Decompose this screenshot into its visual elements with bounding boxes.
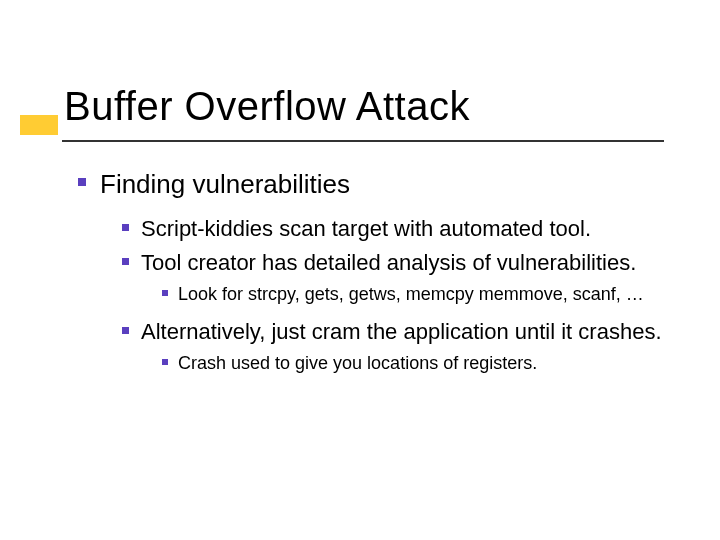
list-item-text: Tool creator has detailed analysis of vu… [141, 249, 636, 277]
square-bullet-icon [162, 290, 168, 296]
list-item-text: Script-kiddies scan target with automate… [141, 215, 591, 243]
slide-title: Buffer Overflow Attack [64, 84, 470, 129]
list-item: Tool creator has detailed analysis of vu… [122, 249, 678, 277]
list-item-text: Crash used to give you locations of regi… [178, 352, 537, 375]
accent-bar [20, 115, 58, 135]
list-item: Crash used to give you locations of regi… [162, 352, 678, 375]
square-bullet-icon [78, 178, 86, 186]
list-item-text: Finding vulnerabilities [100, 168, 350, 201]
square-bullet-icon [122, 258, 129, 265]
slide-body: Finding vulnerabilities Script-kiddies s… [78, 168, 678, 380]
list-item: Finding vulnerabilities [78, 168, 678, 201]
square-bullet-icon [162, 359, 168, 365]
square-bullet-icon [122, 327, 129, 334]
list-item: Script-kiddies scan target with automate… [122, 215, 678, 243]
square-bullet-icon [122, 224, 129, 231]
list-item: Alternatively, just cram the application… [122, 318, 678, 346]
list-item-text: Alternatively, just cram the application… [141, 318, 662, 346]
list-item: Look for strcpy, gets, getws, memcpy mem… [162, 283, 678, 306]
list-item-text: Look for strcpy, gets, getws, memcpy mem… [178, 283, 644, 306]
title-underline [62, 140, 664, 142]
